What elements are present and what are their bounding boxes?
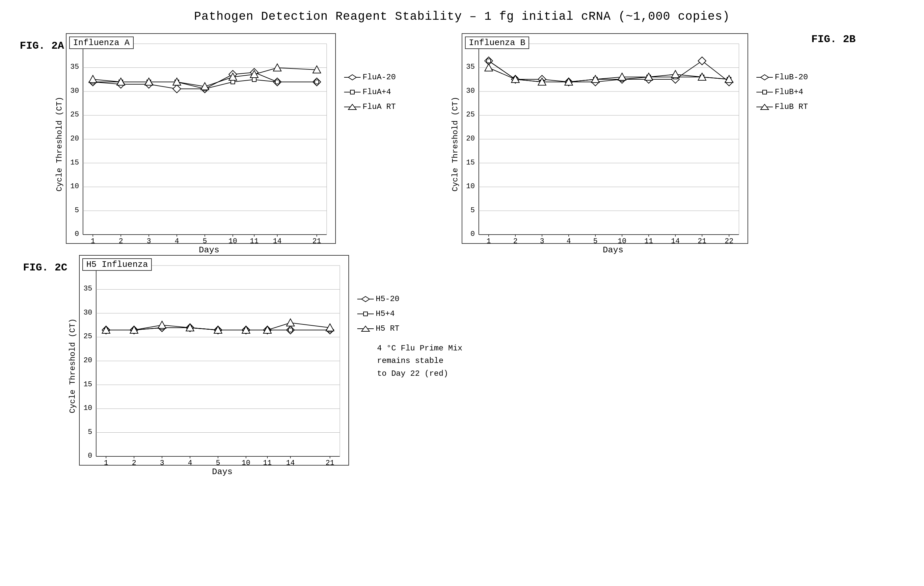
bottom-charts-row: FIG. 2C Cycle Threshold (CT) H5 Influenz… [20, 252, 924, 477]
svg-rect-55 [315, 80, 319, 84]
legend-item-flua20: FluA-20 [344, 73, 396, 82]
svg-text:10: 10 [84, 404, 92, 412]
svg-text:1: 1 [487, 237, 491, 244]
fig2a-chart: Influenza A .chart-text { font-family: '… [66, 33, 336, 244]
svg-text:3: 3 [540, 237, 544, 244]
legend-item-flub20: FluB-20 [756, 73, 808, 82]
fig2c-legend-annotation: H5-20 H5+4 H5 RT 4 °C Flu Prime Mix rema… [349, 255, 462, 477]
fig2b-x-label: Days [478, 245, 748, 255]
svg-text:21: 21 [326, 459, 334, 466]
fig2c-chart-title: H5 Influenza [82, 258, 152, 271]
svg-text:11: 11 [644, 237, 653, 244]
svg-text:14: 14 [671, 237, 680, 244]
svg-text:15: 15 [84, 380, 92, 388]
svg-text:30: 30 [466, 87, 475, 95]
legend-item-flub4: FluB+4 [756, 87, 808, 96]
svg-marker-213 [361, 296, 370, 302]
svg-text:10: 10 [618, 237, 626, 244]
svg-text:5: 5 [470, 206, 475, 214]
svg-text:11: 11 [250, 237, 259, 244]
svg-text:11: 11 [263, 459, 272, 466]
svg-text:20: 20 [71, 135, 79, 143]
svg-rect-53 [252, 77, 256, 82]
svg-text:3: 3 [160, 459, 164, 466]
svg-text:1: 1 [104, 459, 108, 466]
svg-marker-138 [672, 71, 679, 77]
fig2c-chart: H5 Influenza [79, 255, 349, 466]
svg-text:21: 21 [312, 237, 321, 244]
svg-marker-142 [761, 75, 769, 80]
fig2b-container: FIG. 2B Cycle Threshold (CT) Influenza B [449, 30, 856, 255]
svg-text:10: 10 [242, 459, 250, 466]
fig2c-label: FIG. 2C [23, 262, 67, 274]
svg-text:5: 5 [88, 428, 92, 436]
svg-text:15: 15 [466, 159, 475, 167]
fig2b-legend: FluB-20 FluB+4 FluB RT [748, 33, 808, 255]
svg-text:10: 10 [71, 182, 79, 191]
svg-rect-144 [763, 90, 767, 94]
svg-text:30: 30 [84, 309, 92, 317]
svg-text:10: 10 [466, 182, 475, 191]
svg-text:2: 2 [513, 237, 517, 244]
fig2c-y-label: Cycle Threshold (CT) [66, 255, 79, 477]
svg-text:35: 35 [71, 63, 79, 71]
svg-text:5: 5 [203, 237, 207, 244]
svg-text:10: 10 [229, 237, 237, 244]
fig2b-chart: Influenza B [462, 33, 748, 244]
page-container: Pathogen Detection Reagent Stability – 1… [0, 0, 924, 586]
svg-text:35: 35 [84, 285, 92, 293]
svg-marker-119 [698, 57, 706, 65]
svg-text:14: 14 [286, 459, 295, 466]
top-charts-row: FIG. 2A Cycle Threshold (CT) Influenza A… [20, 30, 924, 255]
legend-item-flubrt: FluB RT [756, 102, 808, 111]
svg-text:4: 4 [175, 237, 179, 244]
svg-text:2: 2 [119, 237, 123, 244]
svg-text:25: 25 [466, 110, 475, 119]
svg-text:5: 5 [75, 206, 79, 214]
svg-rect-68 [350, 90, 354, 94]
legend-item-flua4: FluA+4 [344, 87, 396, 96]
legend-item-h5rt: H5 RT [357, 324, 462, 333]
svg-text:3: 3 [147, 237, 151, 244]
svg-rect-201 [289, 328, 292, 332]
svg-text:4: 4 [188, 459, 192, 466]
fig2a-y-label: Cycle Threshold (CT) [53, 33, 66, 255]
svg-marker-66 [348, 75, 356, 80]
fig2b-chart-title: Influenza B [465, 36, 530, 49]
svg-text:2: 2 [132, 459, 136, 466]
svg-text:15: 15 [71, 159, 79, 167]
svg-text:20: 20 [84, 356, 92, 365]
svg-rect-121 [487, 59, 491, 63]
svg-text:21: 21 [698, 237, 706, 244]
legend-item-h520: H5-20 [357, 295, 462, 303]
fig2a-chart-title: Influenza A [69, 36, 134, 49]
svg-text:0: 0 [88, 452, 92, 460]
svg-text:30: 30 [71, 87, 79, 95]
fig2a-legend: FluA-20 FluA+4 FluA RT [336, 33, 396, 255]
svg-text:25: 25 [71, 110, 79, 119]
svg-marker-205 [158, 321, 166, 328]
svg-text:5: 5 [593, 237, 597, 244]
fig2b-label-right: FIG. 2B [812, 33, 856, 45]
svg-text:0: 0 [75, 230, 79, 238]
fig2b-y-label: Cycle Threshold (CT) [449, 33, 462, 255]
svg-rect-54 [275, 80, 279, 84]
svg-text:35: 35 [466, 63, 475, 71]
svg-text:0: 0 [470, 230, 475, 238]
svg-text:5: 5 [216, 459, 220, 466]
fig2a-container: FIG. 2A Cycle Threshold (CT) Influenza A… [20, 30, 396, 255]
svg-text:25: 25 [84, 333, 92, 341]
fig2c-x-label: Days [96, 467, 349, 477]
svg-text:1: 1 [91, 237, 95, 244]
svg-text:20: 20 [466, 135, 475, 143]
fig2c-container: FIG. 2C Cycle Threshold (CT) H5 Influenz… [20, 252, 462, 477]
svg-marker-210 [287, 319, 294, 326]
svg-text:22: 22 [725, 237, 733, 244]
fig2c-annotation: 4 °C Flu Prime Mix remains stable to Day… [377, 342, 462, 380]
legend-item-h54: H5+4 [357, 309, 462, 318]
svg-rect-215 [363, 312, 368, 316]
svg-marker-56 [89, 75, 97, 82]
svg-text:4: 4 [566, 237, 571, 244]
page-title: Pathogen Detection Reagent Stability – 1… [0, 0, 924, 23]
legend-item-fluart: FluA RT [344, 102, 396, 111]
